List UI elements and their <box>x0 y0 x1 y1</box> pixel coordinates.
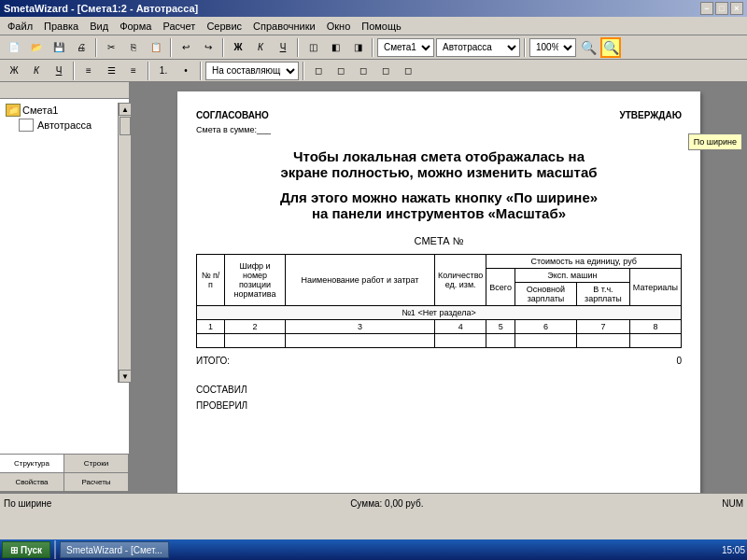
sidebar-tab-props[interactable]: Свойства <box>0 473 64 491</box>
sidebar-tabs2: Свойства Расчеты <box>0 472 129 491</box>
menu-service[interactable]: Сервис <box>201 19 247 34</box>
main-text-line2: экране полностью, можно изменить масштаб <box>196 164 682 180</box>
doc-sum-line1: Смета в сумме:___ <box>196 125 682 134</box>
sep7 <box>73 62 75 80</box>
align-center-btn[interactable]: ☰ <box>101 61 121 81</box>
format-btn3[interactable]: Ч <box>49 61 69 81</box>
status-bar: По ширине Сумма: 0,00 руб. NUM <box>0 493 747 513</box>
doc-area: По ширине СОГЛАСОВАНО УТВЕРЖДАЮ Смета в … <box>131 82 747 493</box>
print-btn[interactable]: 🖨 <box>71 37 92 58</box>
menu-help[interactable]: Помощь <box>356 19 407 34</box>
cut-btn[interactable]: ✂ <box>101 37 121 58</box>
align-left-btn[interactable]: ≡ <box>78 61 99 81</box>
sidebar-header <box>0 82 129 99</box>
itogo-value: 0 <box>676 356 682 366</box>
title-bar: SmetaWizard - [Смета1:2 - Автотрасса] − … <box>0 0 747 17</box>
sidebar-tab-lines[interactable]: Строки <box>64 455 129 472</box>
sidebar-item-smeta1[interactable]: 📁 Смета1 <box>4 103 125 118</box>
menu-calc[interactable]: Расчет <box>157 19 201 34</box>
sep6 <box>524 38 526 57</box>
format-btn1[interactable]: Ж <box>4 61 24 81</box>
extra-btn2[interactable]: ◻ <box>331 61 351 81</box>
menu-window[interactable]: Окно <box>321 19 357 34</box>
taskbar-app-btn[interactable]: SmetaWizard - [Смет... <box>60 541 169 558</box>
taskbar-sep <box>54 540 56 559</box>
sidebar-scrollbar[interactable]: ▲ ▼ <box>118 103 131 383</box>
scroll-down-btn[interactable]: ▼ <box>119 370 132 383</box>
col-total1: Всего <box>486 269 515 306</box>
zoom-combo[interactable]: 100% <box>529 38 576 57</box>
col-machines: Эксп. машин <box>514 269 629 283</box>
maximize-btn[interactable]: □ <box>715 2 728 15</box>
new-btn[interactable]: 📄 <box>4 37 24 58</box>
cell-empty5 <box>486 334 515 348</box>
sep4 <box>297 38 299 57</box>
menu-edit[interactable]: Правка <box>38 19 84 34</box>
status-center: Сумма: 0,00 руб. <box>350 498 423 509</box>
col-cost-header: Стоимость на единицу, руб <box>486 255 682 269</box>
zoom-in-btn[interactable]: 🔍 <box>578 37 599 58</box>
num-btn[interactable]: 1. <box>153 61 174 81</box>
sidebar-tab-structure[interactable]: Структура <box>0 455 64 472</box>
cell-empty2 <box>225 334 286 348</box>
sidebar-tab-calcs[interactable]: Расчеты <box>64 473 129 491</box>
italic-btn[interactable]: К <box>250 37 271 58</box>
section-cell: №1 <Нет раздела> <box>197 306 682 320</box>
sidebar: 📁 Смета1 Автотрасса Структура Строки Сво… <box>0 82 131 493</box>
taskbar: ⊞ Пуск SmetaWizard - [Смет... 15:05 <box>0 539 747 560</box>
start-button[interactable]: ⊞ Пуск <box>2 541 50 558</box>
sep3 <box>222 38 224 57</box>
paste-btn[interactable]: 📋 <box>146 37 166 58</box>
menu-form[interactable]: Форма <box>114 19 157 34</box>
bold-btn[interactable]: Ж <box>228 37 248 58</box>
cell-empty3 <box>286 334 435 348</box>
smeta-combo[interactable]: Смета1 <box>377 38 434 57</box>
extra-btn5[interactable]: ◻ <box>398 61 418 81</box>
toolbar-format: Ж К Ч ≡ ☰ ≡ 1. • На составляющие ◻ ◻ ◻ ◻… <box>0 60 747 82</box>
copy-btn[interactable]: ⎘ <box>123 37 144 58</box>
menu-file[interactable]: Файл <box>2 19 38 34</box>
open-btn[interactable]: 📂 <box>26 37 47 58</box>
avtotrasca-combo[interactable]: Автотрасса <box>436 38 520 57</box>
sidebar-item-avtotrasca[interactable]: Автотрасса <box>4 118 125 133</box>
menu-view[interactable]: Вид <box>84 19 114 34</box>
num-2: 2 <box>225 320 286 334</box>
scroll-up-btn[interactable]: ▲ <box>119 103 132 116</box>
underline-btn[interactable]: Ч <box>273 37 293 58</box>
cell-empty4 <box>435 334 486 348</box>
bullet-btn[interactable]: • <box>176 61 196 81</box>
num-3: 3 <box>286 320 435 334</box>
btn-extra1[interactable]: ◫ <box>303 37 323 58</box>
btn-extra3[interactable]: ◨ <box>347 37 368 58</box>
sidebar-tree: 📁 Смета1 Автотрасса <box>0 99 129 454</box>
doc-approved: УТВЕРЖДАЮ <box>620 110 682 120</box>
tooltip-text: По ширине <box>694 137 737 147</box>
table-header-row1: № п/п Шифр и номер позиции норматива Наи… <box>197 255 682 269</box>
main-text-line4: на панели инструментов «Масштаб» <box>196 205 682 221</box>
redo-btn[interactable]: ↪ <box>198 37 218 58</box>
menu-refs[interactable]: Справочники <box>247 19 321 34</box>
num-7: 7 <box>577 320 630 334</box>
footer-sostavil: СОСТАВИЛ <box>196 385 682 395</box>
doc-itogo: ИТОГО: 0 <box>196 356 682 366</box>
close-btn[interactable]: × <box>730 2 743 15</box>
main-area: 📁 Смета1 Автотрасса Структура Строки Сво… <box>0 82 747 493</box>
undo-btn[interactable]: ↩ <box>176 37 196 58</box>
app-label: SmetaWizard - [Смет... <box>66 545 162 555</box>
col-num: № п/п <box>197 255 225 306</box>
col-cipher: Шифр и номер позиции норматива <box>225 255 286 306</box>
menu-bar: Файл Правка Вид Форма Расчет Сервис Спра… <box>0 17 747 35</box>
extra-btn3[interactable]: ◻ <box>353 61 374 81</box>
format-btn2[interactable]: К <box>26 61 47 81</box>
num-5: 5 <box>486 320 515 334</box>
zoom-out-btn[interactable]: 🔍 <box>600 37 621 58</box>
doc-agreed: СОГЛАСОВАНО <box>196 110 269 120</box>
minimize-btn[interactable]: − <box>700 2 713 15</box>
parts-combo[interactable]: На составляющие <box>205 62 299 80</box>
extra-btn1[interactable]: ◻ <box>308 61 329 81</box>
extra-btn4[interactable]: ◻ <box>375 61 396 81</box>
btn-extra2[interactable]: ◧ <box>325 37 345 58</box>
start-label: Пуск <box>21 545 42 555</box>
align-right-btn[interactable]: ≡ <box>123 61 144 81</box>
save-btn[interactable]: 💾 <box>49 37 69 58</box>
